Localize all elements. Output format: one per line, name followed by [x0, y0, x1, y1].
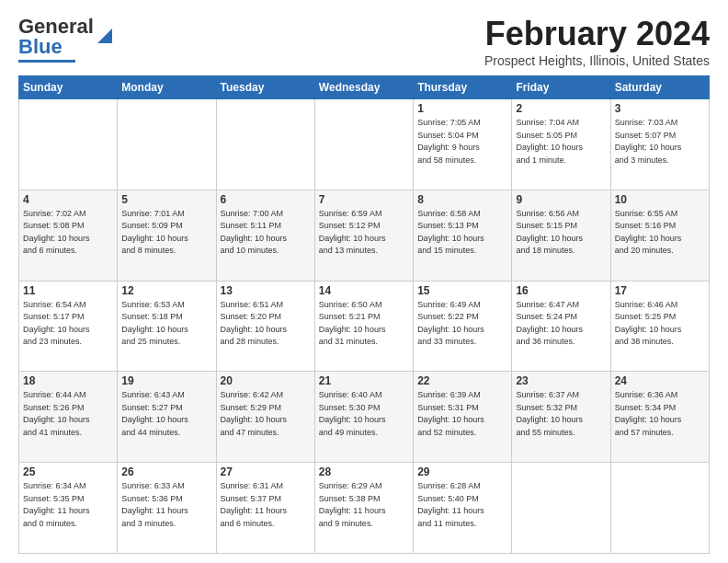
calendar-cell: 17Sunrise: 6:46 AMSunset: 5:25 PMDayligh…	[610, 281, 709, 372]
day-info: Sunrise: 6:42 AMSunset: 5:29 PMDaylight:…	[221, 389, 311, 439]
calendar-cell: 19Sunrise: 6:43 AMSunset: 5:27 PMDayligh…	[118, 372, 216, 463]
day-info: Sunrise: 6:37 AMSunset: 5:32 PMDaylight:…	[516, 389, 606, 439]
day-number: 18	[23, 374, 113, 387]
day-info: Sunrise: 6:43 AMSunset: 5:27 PMDaylight:…	[121, 389, 211, 439]
calendar-cell: 27Sunrise: 6:31 AMSunset: 5:37 PMDayligh…	[216, 463, 314, 554]
location-title: Prospect Heights, Illinois, United State…	[484, 53, 710, 68]
day-info: Sunrise: 6:44 AMSunset: 5:26 PMDaylight:…	[23, 389, 113, 439]
day-info: Sunrise: 6:55 AMSunset: 5:16 PMDaylight:…	[615, 208, 705, 258]
day-info: Sunrise: 6:58 AMSunset: 5:13 PMDaylight:…	[417, 208, 507, 258]
calendar-cell: 2Sunrise: 7:04 AMSunset: 5:05 PMDaylight…	[512, 99, 610, 190]
day-info: Sunrise: 6:59 AMSunset: 5:12 PMDaylight:…	[319, 208, 409, 258]
day-number: 17	[615, 284, 705, 297]
calendar-cell: 22Sunrise: 6:39 AMSunset: 5:31 PMDayligh…	[414, 372, 512, 463]
day-number: 10	[615, 193, 705, 206]
calendar-cell: 6Sunrise: 7:00 AMSunset: 5:11 PMDaylight…	[216, 190, 314, 281]
col-header-thursday: Thursday	[414, 76, 512, 99]
day-number: 25	[23, 465, 113, 478]
calendar-week-1: 1Sunrise: 7:05 AMSunset: 5:04 PMDaylight…	[19, 99, 710, 190]
day-number: 1	[417, 102, 507, 115]
calendar-cell	[512, 463, 610, 554]
month-title: February 2024	[484, 15, 710, 53]
calendar-cell: 29Sunrise: 6:28 AMSunset: 5:40 PMDayligh…	[414, 463, 512, 554]
day-number: 5	[121, 193, 211, 206]
calendar-cell: 26Sunrise: 6:33 AMSunset: 5:36 PMDayligh…	[118, 463, 216, 554]
header: General Blue February 2024 Prospect Heig…	[18, 15, 710, 68]
day-number: 15	[417, 284, 507, 297]
col-header-sunday: Sunday	[19, 76, 118, 99]
day-number: 21	[319, 374, 409, 387]
day-number: 9	[516, 193, 606, 206]
day-info: Sunrise: 6:34 AMSunset: 5:35 PMDaylight:…	[23, 480, 113, 530]
calendar-cell: 4Sunrise: 7:02 AMSunset: 5:08 PMDaylight…	[19, 190, 118, 281]
day-number: 28	[319, 465, 409, 478]
calendar-cell: 23Sunrise: 6:37 AMSunset: 5:32 PMDayligh…	[512, 372, 610, 463]
calendar-week-4: 18Sunrise: 6:44 AMSunset: 5:26 PMDayligh…	[19, 372, 710, 463]
col-header-wednesday: Wednesday	[314, 76, 413, 99]
day-info: Sunrise: 7:02 AMSunset: 5:08 PMDaylight:…	[23, 208, 113, 258]
calendar-week-2: 4Sunrise: 7:02 AMSunset: 5:08 PMDaylight…	[19, 190, 710, 281]
calendar-header-row: SundayMondayTuesdayWednesdayThursdayFrid…	[19, 76, 710, 99]
day-number: 16	[516, 284, 606, 297]
day-number: 3	[615, 102, 705, 115]
calendar-cell: 25Sunrise: 6:34 AMSunset: 5:35 PMDayligh…	[19, 463, 118, 554]
calendar-table: SundayMondayTuesdayWednesdayThursdayFrid…	[18, 75, 710, 554]
calendar-cell: 18Sunrise: 6:44 AMSunset: 5:26 PMDayligh…	[19, 372, 118, 463]
day-info: Sunrise: 7:01 AMSunset: 5:09 PMDaylight:…	[121, 208, 211, 258]
day-number: 11	[23, 284, 113, 297]
day-info: Sunrise: 7:04 AMSunset: 5:05 PMDaylight:…	[516, 117, 606, 167]
day-info: Sunrise: 6:40 AMSunset: 5:30 PMDaylight:…	[319, 389, 409, 439]
day-number: 2	[516, 102, 606, 115]
calendar-cell: 21Sunrise: 6:40 AMSunset: 5:30 PMDayligh…	[314, 372, 413, 463]
col-header-monday: Monday	[118, 76, 216, 99]
day-number: 27	[221, 465, 311, 478]
day-info: Sunrise: 6:53 AMSunset: 5:18 PMDaylight:…	[121, 299, 211, 349]
col-header-tuesday: Tuesday	[216, 76, 314, 99]
day-number: 8	[417, 193, 507, 206]
calendar-cell	[19, 99, 118, 190]
svg-marker-0	[97, 29, 112, 43]
day-number: 4	[23, 193, 113, 206]
day-info: Sunrise: 6:56 AMSunset: 5:15 PMDaylight:…	[516, 208, 606, 258]
calendar-cell: 24Sunrise: 6:36 AMSunset: 5:34 PMDayligh…	[610, 372, 709, 463]
day-number: 7	[319, 193, 409, 206]
day-info: Sunrise: 6:29 AMSunset: 5:38 PMDaylight:…	[319, 480, 409, 530]
day-info: Sunrise: 6:31 AMSunset: 5:37 PMDaylight:…	[221, 480, 311, 530]
col-header-saturday: Saturday	[610, 76, 709, 99]
day-info: Sunrise: 6:54 AMSunset: 5:17 PMDaylight:…	[23, 299, 113, 349]
day-number: 24	[615, 374, 705, 387]
day-info: Sunrise: 6:50 AMSunset: 5:21 PMDaylight:…	[319, 299, 409, 349]
calendar-cell: 14Sunrise: 6:50 AMSunset: 5:21 PMDayligh…	[314, 281, 413, 372]
day-info: Sunrise: 6:46 AMSunset: 5:25 PMDaylight:…	[615, 299, 705, 349]
calendar-cell: 16Sunrise: 6:47 AMSunset: 5:24 PMDayligh…	[512, 281, 610, 372]
calendar-cell: 1Sunrise: 7:05 AMSunset: 5:04 PMDaylight…	[414, 99, 512, 190]
day-info: Sunrise: 6:39 AMSunset: 5:31 PMDaylight:…	[417, 389, 507, 439]
day-info: Sunrise: 6:33 AMSunset: 5:36 PMDaylight:…	[121, 480, 211, 530]
day-number: 22	[417, 374, 507, 387]
day-number: 14	[319, 284, 409, 297]
calendar-cell	[610, 463, 709, 554]
calendar-cell: 15Sunrise: 6:49 AMSunset: 5:22 PMDayligh…	[414, 281, 512, 372]
calendar-cell: 28Sunrise: 6:29 AMSunset: 5:38 PMDayligh…	[314, 463, 413, 554]
logo: General Blue	[18, 15, 96, 63]
day-number: 13	[221, 284, 311, 297]
calendar-cell: 9Sunrise: 6:56 AMSunset: 5:15 PMDaylight…	[512, 190, 610, 281]
col-header-friday: Friday	[512, 76, 610, 99]
day-number: 23	[516, 374, 606, 387]
day-info: Sunrise: 6:49 AMSunset: 5:22 PMDaylight:…	[417, 299, 507, 349]
calendar-cell	[118, 99, 216, 190]
day-number: 19	[121, 374, 211, 387]
day-number: 12	[121, 284, 211, 297]
title-block: February 2024 Prospect Heights, Illinois…	[484, 15, 710, 68]
calendar-cell: 12Sunrise: 6:53 AMSunset: 5:18 PMDayligh…	[118, 281, 216, 372]
calendar-cell: 5Sunrise: 7:01 AMSunset: 5:09 PMDaylight…	[118, 190, 216, 281]
day-info: Sunrise: 6:47 AMSunset: 5:24 PMDaylight:…	[516, 299, 606, 349]
calendar-cell: 13Sunrise: 6:51 AMSunset: 5:20 PMDayligh…	[216, 281, 314, 372]
calendar-cell: 20Sunrise: 6:42 AMSunset: 5:29 PMDayligh…	[216, 372, 314, 463]
day-number: 29	[417, 465, 507, 478]
day-number: 20	[221, 374, 311, 387]
calendar-cell	[314, 99, 413, 190]
day-info: Sunrise: 7:03 AMSunset: 5:07 PMDaylight:…	[615, 117, 705, 167]
logo-blue: Blue	[18, 35, 63, 59]
calendar-cell: 8Sunrise: 6:58 AMSunset: 5:13 PMDaylight…	[414, 190, 512, 281]
